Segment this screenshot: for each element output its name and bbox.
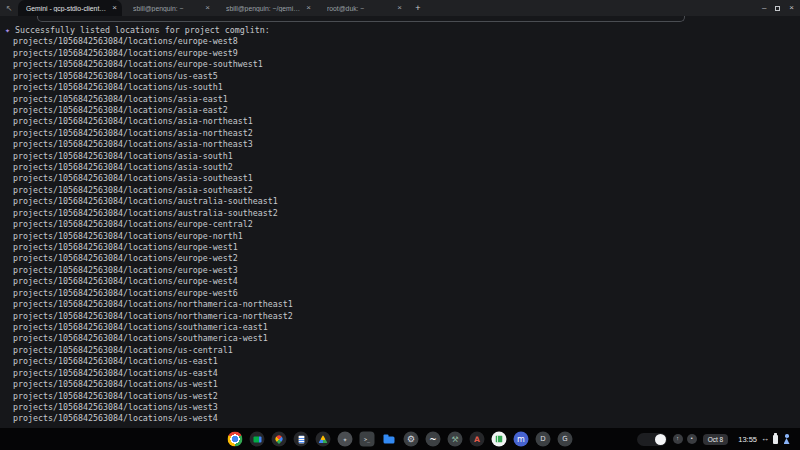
terminal-output-line: projects/1056842563084/locations/northam…: [5, 311, 800, 322]
tab-1[interactable]: Gemini - gcp-stdio-client-rust×: [18, 0, 122, 16]
assistant-icon[interactable]: ✦: [338, 432, 353, 447]
terminal-output-line: projects/1056842563084/locations/asia-no…: [5, 139, 800, 150]
accessibility-icon: [782, 434, 791, 444]
notification-badges: ↑•: [673, 434, 697, 444]
terminal-tab-bar: ↖ Gemini - gcp-stdio-client-rust×sbill@p…: [0, 0, 800, 16]
terminal-output-line: projects/1056842563084/locations/northam…: [5, 299, 800, 310]
chromeos-desktop: ↖ Gemini - gcp-stdio-client-rust×sbill@p…: [0, 0, 800, 450]
quick-settings-button[interactable]: 13:55 ↔: [734, 432, 795, 446]
maps-icon[interactable]: [272, 432, 287, 447]
tab-close-icon[interactable]: ×: [397, 4, 402, 12]
terminal-output-line: projects/1056842563084/locations/us-west…: [5, 402, 800, 413]
window-close-button[interactable]: ×: [789, 4, 794, 12]
status-message: Successfully listed locations for projec…: [15, 25, 270, 36]
terminal-output-line: projects/1056842563084/locations/asia-no…: [5, 128, 800, 139]
terminal-glyph: >_: [364, 437, 370, 442]
terminal-output-line: projects/1056842563084/locations/austral…: [5, 196, 800, 207]
docs-icon[interactable]: [294, 432, 309, 447]
ethernet-icon: ↔: [761, 435, 769, 443]
toggle-pill[interactable]: [637, 433, 667, 446]
dev-tools-glyph: ⚒: [451, 435, 458, 443]
shelf-app-list: ✦>_⚙~⚒AmDG: [228, 432, 573, 447]
terminal-output-line: projects/1056842563084/locations/us-east…: [5, 368, 800, 379]
assistant-glyph: ✦: [342, 436, 347, 442]
terminal-output-line: projects/1056842563084/locations/us-west…: [5, 413, 800, 424]
app-d-glyph: D: [540, 436, 545, 443]
trends-icon[interactable]: ~: [426, 432, 441, 447]
shelf: ✦>_⚙~⚒AmDG ↑• Oct 8 13:55 ↔: [0, 428, 800, 450]
trends-glyph: ~: [429, 435, 437, 444]
window-maximize-button[interactable]: [775, 6, 780, 11]
tab-3[interactable]: sbill@penguin: ~/gemini-cli-codes×: [218, 0, 316, 16]
tab-2[interactable]: sbill@penguin: ~×: [125, 0, 215, 16]
terminal-output-line: projects/1056842563084/locations/asia-so…: [5, 162, 800, 173]
terminal-output-line: projects/1056842563084/locations/europe-…: [5, 231, 800, 242]
terminal-output-line: projects/1056842563084/locations/us-east…: [5, 356, 800, 367]
tab-label: Gemini - gcp-stdio-client-rust: [26, 5, 106, 12]
files-icon[interactable]: [382, 432, 397, 447]
terminal-output-line: projects/1056842563084/locations/us-cent…: [5, 345, 800, 356]
android-studio-icon[interactable]: A: [470, 432, 485, 447]
app-d-icon[interactable]: D: [536, 432, 551, 447]
battery-icon: [773, 435, 778, 444]
tab-close-icon[interactable]: ×: [306, 4, 311, 12]
clock: 13:55: [738, 435, 757, 444]
window-controls: – ×: [762, 0, 794, 16]
chrome-icon[interactable]: [228, 432, 243, 447]
terminal-output-line: projects/1056842563084/locations/us-east…: [5, 71, 800, 82]
terminal-icon[interactable]: >_: [360, 432, 375, 447]
toggle-knob-icon: [655, 434, 666, 445]
settings-icon[interactable]: ⚙: [404, 432, 419, 447]
terminal-output-line: projects/1056842563084/locations/europe-…: [5, 253, 800, 264]
terminal-output-line: projects/1056842563084/locations/europe-…: [5, 59, 800, 70]
tab-close-icon[interactable]: ×: [112, 4, 117, 12]
notification-badge-icon[interactable]: •: [687, 434, 697, 444]
terminal-output-line: projects/1056842563084/locations/asia-ea…: [5, 94, 800, 105]
tab-label: root@duk: ~: [327, 5, 391, 12]
app-g-icon[interactable]: G: [558, 432, 573, 447]
terminal-status-line: ✦ Successfully listed locations for proj…: [5, 25, 800, 36]
dev-tools-icon[interactable]: ⚒: [448, 432, 463, 447]
notification-badge-icon[interactable]: ↑: [673, 434, 683, 444]
drive-icon[interactable]: [316, 432, 331, 447]
terminal-output-line: projects/1056842563084/locations/us-sout…: [5, 82, 800, 93]
tab-strip: Gemini - gcp-stdio-client-rust×sbill@pen…: [18, 0, 410, 16]
gemini-input-box-border: [37, 16, 685, 22]
status-tray: ↑• Oct 8 13:55 ↔: [637, 432, 795, 446]
locations-list: projects/1056842563084/locations/europe-…: [5, 36, 800, 424]
terminal-output-line: projects/1056842563084/locations/asia-ea…: [5, 105, 800, 116]
terminal-output-line: projects/1056842563084/locations/southam…: [5, 333, 800, 344]
android-studio-glyph: A: [474, 435, 480, 443]
settings-glyph: ⚙: [407, 435, 415, 444]
terminal-output-line: projects/1056842563084/locations/europe-…: [5, 219, 800, 230]
tab-label: sbill@penguin: ~/gemini-cli-codes: [226, 5, 300, 12]
terminal-output-line: projects/1056842563084/locations/europe-…: [5, 36, 800, 47]
terminal-output-line: projects/1056842563084/locations/europe-…: [5, 288, 800, 299]
messages-glyph: m: [517, 435, 525, 443]
terminal-output-line: projects/1056842563084/locations/asia-so…: [5, 185, 800, 196]
terminal-output-line: projects/1056842563084/locations/asia-no…: [5, 116, 800, 127]
terminal-output-line: projects/1056842563084/locations/austral…: [5, 208, 800, 219]
terminal-output-line: projects/1056842563084/locations/asia-so…: [5, 173, 800, 184]
tab-close-icon[interactable]: ×: [205, 4, 210, 12]
sheets-icon[interactable]: [492, 432, 507, 447]
terminal-output-line: projects/1056842563084/locations/us-west…: [5, 391, 800, 402]
terminal-output-line: projects/1056842563084/locations/europe-…: [5, 48, 800, 59]
terminal-output-line: projects/1056842563084/locations/southam…: [5, 322, 800, 333]
terminal-output-line: projects/1056842563084/locations/europe-…: [5, 242, 800, 253]
terminal-output-area[interactable]: ✦ Successfully listed locations for proj…: [0, 16, 800, 428]
terminal-menu-icon[interactable]: ↖: [0, 0, 18, 16]
meet-icon[interactable]: [250, 432, 265, 447]
tab-4[interactable]: root@duk: ~×: [319, 0, 407, 16]
app-g-glyph: G: [562, 436, 567, 443]
terminal-output-line: projects/1056842563084/locations/asia-so…: [5, 151, 800, 162]
messages-icon[interactable]: m: [514, 432, 529, 447]
date-pill[interactable]: Oct 8: [703, 434, 729, 445]
terminal-output-line: projects/1056842563084/locations/europe-…: [5, 265, 800, 276]
window-minimize-button[interactable]: –: [762, 4, 766, 12]
new-tab-button[interactable]: +: [410, 0, 426, 16]
terminal-output-line: projects/1056842563084/locations/europe-…: [5, 276, 800, 287]
gemini-star-icon: ✦: [5, 25, 10, 36]
terminal-output-line: projects/1056842563084/locations/us-west…: [5, 379, 800, 390]
tab-label: sbill@penguin: ~: [133, 5, 199, 12]
